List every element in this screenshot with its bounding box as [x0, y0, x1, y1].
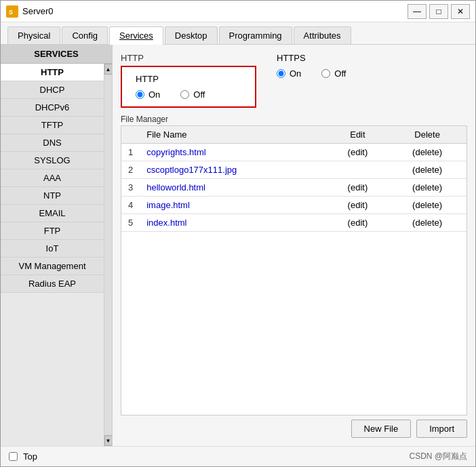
top-label: Top	[23, 451, 37, 462]
sidebar-item-syslog[interactable]: SYSLOG	[1, 152, 104, 169]
row-edit[interactable]: (edit)	[328, 197, 389, 214]
row-edit[interactable]: (edit)	[328, 144, 389, 161]
tab-services[interactable]: Services	[109, 26, 163, 45]
bottom-bar: New File Import	[121, 415, 467, 438]
file-table: File Name Edit Delete 1 copyrights.html …	[121, 126, 467, 232]
http-off-radio[interactable]	[180, 90, 189, 99]
row-edit[interactable]	[328, 161, 389, 179]
table-row: 1 copyrights.html (edit) (delete)	[121, 144, 467, 161]
table-row: 4 image.html (edit) (delete)	[121, 197, 467, 214]
minimize-button[interactable]: —	[408, 4, 427, 19]
tab-physical[interactable]: Physical	[7, 26, 60, 44]
row-number: 5	[121, 214, 140, 232]
https-section: HTTPS On Off	[277, 53, 346, 79]
http-radio-group: On Off	[136, 89, 241, 100]
row-filename[interactable]: index.html	[140, 214, 327, 232]
row-filename[interactable]: helloworld.html	[140, 179, 327, 197]
tab-attributes[interactable]: Attributes	[294, 26, 351, 44]
row-delete[interactable]: (delete)	[388, 144, 467, 161]
sidebar-item-tftp[interactable]: TFTP	[1, 117, 104, 134]
sidebar-item-dhcp[interactable]: DHCP	[1, 81, 104, 99]
sidebar-item-aaa[interactable]: AAA	[1, 169, 104, 187]
col-edit: Edit	[328, 126, 389, 144]
file-manager-wrapper: File Manager File Name Edit Delete	[121, 115, 467, 438]
row-number: 4	[121, 197, 140, 214]
tab-config[interactable]: Config	[62, 26, 108, 44]
scroll-down-button[interactable]: ▼	[104, 435, 113, 446]
row-number: 1	[121, 144, 140, 161]
footer: Top CSDN @阿巅点	[1, 446, 475, 466]
https-label: HTTPS	[277, 53, 346, 63]
col-number	[121, 126, 140, 144]
https-off-text: Off	[334, 68, 346, 79]
content-area: SERVICES HTTP DHCP DHCPv6 TFTP DNS SYSLO…	[1, 45, 475, 446]
col-filename: File Name	[140, 126, 327, 144]
http-on-label[interactable]: On	[136, 89, 160, 100]
row-filename[interactable]: copyrights.html	[140, 144, 327, 161]
file-manager-label: File Manager	[121, 115, 467, 124]
row-delete[interactable]: (delete)	[388, 197, 467, 214]
import-button[interactable]: Import	[416, 420, 467, 438]
footer-left: Top	[9, 451, 37, 462]
https-radio-group: On Off	[277, 68, 346, 79]
http-off-label[interactable]: Off	[180, 89, 205, 100]
window-title: Server0	[22, 6, 408, 16]
row-filename[interactable]: cscoptlogo177x111.jpg	[140, 161, 327, 179]
row-number: 3	[121, 179, 140, 197]
row-edit[interactable]: (edit)	[328, 179, 389, 197]
new-file-button[interactable]: New File	[351, 420, 412, 438]
https-off-radio[interactable]	[321, 69, 330, 78]
table-row: 3 helloworld.html (edit) (delete)	[121, 179, 467, 197]
sidebar-item-ntp[interactable]: NTP	[1, 187, 104, 205]
https-off-label[interactable]: Off	[321, 68, 346, 79]
maximize-button[interactable]: □	[429, 4, 448, 19]
row-number: 2	[121, 161, 140, 179]
file-manager: File Name Edit Delete 1 copyrights.html …	[121, 125, 467, 415]
table-row: 5 index.html (edit) (delete)	[121, 214, 467, 232]
row-delete[interactable]: (delete)	[388, 214, 467, 232]
sidebar-item-dns[interactable]: DNS	[1, 134, 104, 152]
tab-desktop[interactable]: Desktop	[165, 26, 218, 44]
sidebar-item-http[interactable]: HTTP	[1, 64, 104, 81]
sidebar-item-radius[interactable]: Radius EAP	[1, 275, 104, 293]
http-box: HTTP On Off	[121, 66, 256, 108]
scroll-up-button[interactable]: ▲	[104, 64, 113, 75]
tab-programming[interactable]: Programming	[219, 26, 292, 44]
https-on-text: On	[290, 68, 301, 79]
sidebar: SERVICES HTTP DHCP DHCPv6 TFTP DNS SYSLO…	[1, 45, 113, 446]
sidebar-items: HTTP DHCP DHCPv6 TFTP DNS SYSLOG AAA NTP…	[1, 64, 104, 446]
sidebar-item-dhcpv6[interactable]: DHCPv6	[1, 99, 104, 117]
http-outer-label: HTTP	[121, 53, 256, 63]
sidebar-item-email[interactable]: EMAIL	[1, 205, 104, 222]
file-table-wrapper: File Name Edit Delete 1 copyrights.html …	[121, 126, 467, 415]
row-delete[interactable]: (delete)	[388, 179, 467, 197]
http-box-label: HTTP	[136, 74, 241, 84]
sidebar-item-iot[interactable]: IoT	[1, 240, 104, 258]
row-delete[interactable]: (delete)	[388, 161, 467, 179]
http-on-text: On	[148, 89, 160, 100]
window-controls: — □ ✕	[408, 4, 470, 19]
sidebar-item-vm[interactable]: VM Management	[1, 258, 104, 275]
window-icon: S	[6, 5, 18, 18]
row-edit[interactable]: (edit)	[328, 214, 389, 232]
close-button[interactable]: ✕	[451, 4, 470, 19]
tabs-bar: Physical Config Services Desktop Program…	[1, 22, 475, 45]
http-off-text: Off	[193, 89, 205, 100]
http-section: HTTP HTTP On Off	[121, 53, 467, 108]
sidebar-header: SERVICES	[1, 45, 112, 64]
http-on-radio[interactable]	[136, 90, 144, 99]
footer-watermark: CSDN @阿巅点	[409, 451, 467, 462]
main-window: S Server0 — □ ✕ Physical Config Services…	[0, 0, 476, 467]
sidebar-item-ftp[interactable]: FTP	[1, 222, 104, 240]
https-on-radio[interactable]	[277, 69, 285, 78]
top-checkbox[interactable]	[9, 452, 18, 461]
http-outer-group: HTTP HTTP On Off	[121, 53, 256, 108]
https-on-label[interactable]: On	[277, 68, 301, 79]
col-delete: Delete	[388, 126, 467, 144]
table-row: 2 cscoptlogo177x111.jpg (delete)	[121, 161, 467, 179]
main-panel: HTTP HTTP On Off	[113, 45, 475, 446]
sidebar-scrollbar[interactable]: ▲ ▼	[104, 64, 112, 446]
row-filename[interactable]: image.html	[140, 197, 327, 214]
title-bar: S Server0 — □ ✕	[1, 1, 475, 22]
svg-text:S: S	[9, 9, 13, 16]
